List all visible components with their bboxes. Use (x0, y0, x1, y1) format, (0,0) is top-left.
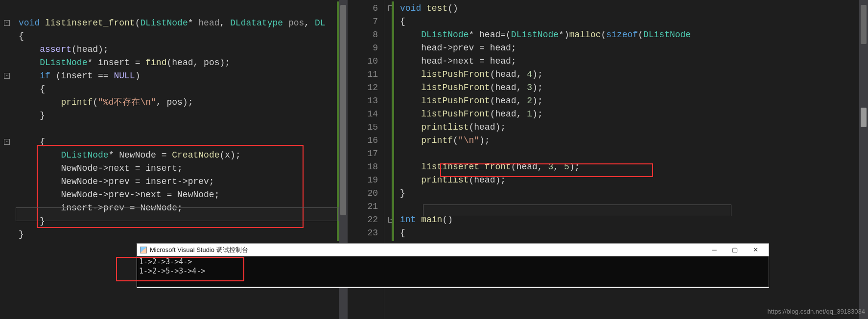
change-indicator (392, 1, 394, 241)
code-line[interactable]: DListNode* insert = find(head, pos); (14, 56, 348, 69)
code-line[interactable]: NewNode->next = insert; (14, 162, 348, 175)
line-number: 13 (348, 94, 378, 108)
code-line[interactable]: } (14, 215, 348, 228)
line-number: 17 (348, 147, 378, 160)
fold-toggle[interactable]: - (4, 73, 10, 79)
code-line[interactable]: listinseret_front(head, 3, 5); (395, 160, 868, 174)
line-number: 14 (348, 108, 378, 121)
code-line[interactable]: printlist(head); (395, 174, 868, 187)
code-line[interactable]: head->prev = head; (395, 42, 868, 55)
code-line[interactable]: listPushFront(head, 2); (395, 94, 868, 108)
line-number: 20 (348, 187, 378, 200)
line-number: 18 (348, 160, 378, 174)
code-line[interactable]: NewNode->prev->next = NewNode; (14, 188, 348, 202)
code-line[interactable]: { (395, 15, 868, 28)
code-line[interactable] (14, 122, 348, 136)
code-line[interactable] (395, 200, 868, 213)
console-icon (140, 247, 147, 253)
line-number: 23 (348, 227, 378, 240)
code-line[interactable]: listPushFront(head, 3); (395, 81, 868, 94)
code-line[interactable]: printf("\n"); (395, 134, 868, 147)
code-line[interactable]: insert->prev = NewNode; (14, 202, 348, 215)
code-line[interactable]: int main() (395, 213, 868, 227)
code-line[interactable]: assert(head); (14, 43, 348, 56)
line-number: 9 (348, 42, 378, 55)
console-line: 1->2->3->4-> (139, 257, 767, 267)
change-indicator (337, 1, 339, 241)
code-line[interactable]: listPushFront(head, 4); (395, 68, 868, 81)
maximize-button[interactable]: ▢ (725, 245, 745, 255)
code-line[interactable]: printlist(head); (395, 121, 868, 134)
code-line[interactable]: if (insert == NULL) (14, 69, 348, 83)
code-line[interactable] (395, 147, 868, 160)
line-number: 10 (348, 55, 378, 68)
line-number: 8 (348, 28, 378, 42)
line-number: 19 (348, 174, 378, 187)
console-line: 1->2->5->3->4-> (139, 267, 767, 276)
line-number: 6 (348, 2, 378, 15)
code-line[interactable]: DListNode* head=(DListNode*)malloc(sizeo… (395, 28, 868, 42)
line-number: 15 (348, 121, 378, 134)
code-line[interactable]: { (395, 227, 868, 240)
code-line[interactable]: } (395, 187, 868, 200)
close-button[interactable]: ✕ (745, 245, 766, 255)
code-line[interactable]: } (14, 228, 348, 241)
watermark: https://blog.csdn.net/qq_39183034 (768, 308, 866, 315)
debug-console-window[interactable]: Microsoft Visual Studio 调试控制台 ─ ▢ ✕ 1->2… (137, 244, 769, 288)
code-line[interactable]: void listinseret_front(DListNode* head, … (14, 17, 348, 30)
code-line[interactable]: DListNode* NewNode = CreatNode(x); (14, 149, 348, 162)
line-number: 22 (348, 213, 378, 227)
line-number: 21 (348, 200, 378, 213)
code-line[interactable]: printf("%d不存在\n", pos); (14, 96, 348, 109)
fold-toggle[interactable]: - (4, 20, 10, 26)
console-title: Microsoft Visual Studio 调试控制台 (150, 246, 704, 254)
code-line[interactable]: { (14, 30, 348, 43)
code-line[interactable]: } (14, 109, 348, 122)
line-number: 12 (348, 81, 378, 94)
code-line[interactable]: { (14, 83, 348, 96)
code-line[interactable]: head->next = head; (395, 55, 868, 68)
code-line[interactable]: listPushFront(head, 1); (395, 108, 868, 121)
right-scrollbar[interactable] (859, 0, 868, 319)
fold-toggle[interactable]: - (4, 139, 10, 145)
console-titlebar[interactable]: Microsoft Visual Studio 调试控制台 ─ ▢ ✕ (137, 244, 769, 256)
code-line[interactable]: NewNode->prev = insert->prev; (14, 175, 348, 188)
line-number: 16 (348, 134, 378, 147)
minimize-button[interactable]: ─ (704, 245, 725, 255)
line-number: 11 (348, 68, 378, 81)
left-fold-gutter[interactable]: --- (0, 0, 14, 319)
code-line[interactable]: void test() (395, 2, 868, 15)
console-output[interactable]: 1->2->3->4->1->2->5->3->4-> (137, 256, 769, 287)
line-number: 7 (348, 15, 378, 28)
code-line[interactable]: { (14, 136, 348, 149)
